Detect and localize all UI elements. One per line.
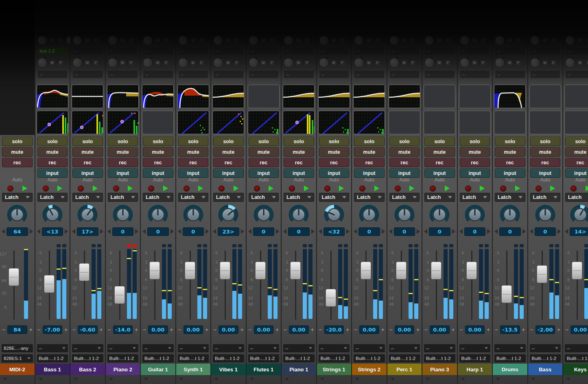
pan-knob[interactable] (70, 203, 105, 226)
volume-value[interactable]: 0.00 (571, 325, 588, 334)
send-slot-1[interactable]: M P (528, 35, 563, 46)
send-level-knob[interactable] (143, 35, 153, 45)
send-slot-2[interactable]: M P (563, 56, 588, 69)
input-select[interactable]: -- (530, 344, 561, 352)
mute-button[interactable]: mute (389, 147, 420, 157)
send-destination[interactable]: -- (531, 47, 560, 55)
rec-button[interactable]: rec (72, 158, 103, 167)
send-mute-button[interactable]: M (154, 59, 161, 66)
volume-value[interactable]: 0.00 (184, 325, 203, 334)
automation-mode-select[interactable]: Latch (2, 193, 33, 202)
send-mute-button[interactable]: M (330, 59, 337, 66)
send-slot-1[interactable]: M P (352, 35, 387, 46)
chevron-down-icon[interactable] (285, 378, 289, 380)
fader-cap[interactable] (537, 265, 547, 283)
input-select[interactable]: 828E…-any (2, 344, 33, 352)
eq-thumbnail[interactable] (106, 84, 140, 110)
volume-decrement[interactable]: − (213, 327, 217, 333)
pan-decrement-arrow[interactable] (142, 229, 146, 234)
send-pre-button[interactable]: P (57, 37, 64, 44)
auto-play-icon[interactable] (128, 185, 133, 191)
eq-thumbnail[interactable] (493, 84, 527, 110)
fader-track[interactable] (401, 251, 402, 320)
send-pre-button[interactable]: P (233, 37, 240, 44)
send-slot-2[interactable]: M P (141, 56, 175, 69)
pan-decrement-arrow[interactable] (565, 229, 568, 234)
input-select[interactable]: -- (107, 344, 139, 352)
volume-decrement[interactable]: − (530, 327, 534, 333)
send-destination[interactable]: -- (179, 47, 208, 55)
pan-knob[interactable] (458, 203, 492, 226)
send-destination[interactable]: -- (495, 47, 525, 55)
auto-record-icon[interactable] (184, 185, 190, 192)
send-pre-button[interactable]: P (409, 59, 416, 66)
volume-value[interactable]: 0.00 (148, 325, 168, 334)
channel-name[interactable]: Strings 2 (352, 364, 387, 375)
send-mute-button[interactable]: M (295, 59, 302, 66)
channel-name[interactable]: Piano 3 (422, 364, 457, 375)
send-level-knob[interactable] (354, 58, 364, 68)
send-destination[interactable]: -- (425, 71, 455, 78)
output-select[interactable]: Built-…t 1-2 (424, 354, 455, 362)
fader[interactable] (114, 237, 126, 324)
dynamics-thumbnail[interactable] (211, 110, 246, 135)
dynamics-thumbnail[interactable] (458, 110, 492, 135)
input-select[interactable]: -- (213, 344, 244, 352)
pan-knob[interactable] (493, 203, 527, 226)
send-slot-1[interactable]: M P (493, 35, 527, 46)
clip-indicator[interactable] (514, 244, 518, 247)
rec-button[interactable]: rec (424, 158, 455, 167)
pan-increment-arrow[interactable] (522, 229, 526, 234)
volume-increment[interactable]: + (29, 327, 33, 333)
send-pre-button[interactable]: P (304, 37, 310, 44)
automation-mode-select[interactable]: Latch (424, 193, 455, 202)
send-destination[interactable]: -- (390, 71, 420, 78)
fader-track[interactable] (330, 251, 332, 320)
send-destination[interactable]: -- (284, 71, 314, 78)
pan-decrement-arrow[interactable] (37, 229, 40, 234)
fader-cap[interactable] (114, 286, 125, 304)
volume-decrement[interactable]: − (72, 327, 76, 333)
send-destination[interactable]: -- (73, 71, 103, 78)
send-mute-button[interactable]: M (295, 37, 302, 44)
send-destination[interactable]: -- (354, 71, 384, 78)
pan-knob[interactable] (528, 203, 563, 226)
volume-increment[interactable]: + (275, 327, 279, 333)
volume-value[interactable]: 0.00 (395, 325, 415, 334)
rec-button[interactable]: rec (354, 158, 385, 167)
clip-indicator[interactable] (308, 244, 313, 247)
auto-record-icon[interactable] (571, 185, 577, 192)
send-pre-button[interactable]: P (550, 37, 557, 44)
volume-decrement[interactable]: − (107, 327, 111, 333)
fader[interactable] (536, 237, 549, 324)
auto-record-icon[interactable] (148, 185, 154, 192)
volume-value[interactable]: -2.00 (536, 325, 555, 334)
send-level-knob[interactable] (530, 35, 540, 45)
volume-decrement[interactable]: − (565, 327, 569, 333)
volume-value[interactable]: 0.00 (359, 325, 379, 334)
solo-button[interactable]: solo (37, 137, 68, 146)
clip-indicator[interactable] (273, 244, 278, 247)
send-mute-button[interactable]: M (401, 37, 408, 44)
eq-thumbnail[interactable] (528, 84, 563, 110)
fader-track[interactable] (436, 251, 437, 320)
send-level-knob[interactable] (460, 35, 470, 45)
eq-thumbnail[interactable] (35, 84, 70, 110)
volume-increment[interactable]: + (345, 327, 350, 333)
send-mute-button[interactable]: M (260, 59, 267, 66)
rec-button[interactable]: rec (213, 158, 244, 167)
pan-value[interactable]: 17> (77, 227, 98, 236)
send-slot-2[interactable]: M P (176, 56, 211, 69)
eq-thumbnail[interactable] (317, 84, 352, 110)
dynamics-thumbnail[interactable] (247, 110, 281, 135)
send-pre-button[interactable]: P (92, 37, 99, 44)
send-level-knob[interactable] (565, 35, 575, 45)
eq-thumbnail[interactable] (176, 84, 211, 110)
auto-play-icon[interactable] (57, 185, 62, 191)
mute-button[interactable]: mute (2, 147, 33, 157)
auto-play-icon[interactable] (409, 185, 414, 191)
volume-value[interactable]: -20.0 (324, 325, 344, 334)
input-select[interactable]: -- (319, 344, 350, 352)
volume-decrement[interactable]: − (283, 327, 287, 333)
fader-cap[interactable] (220, 262, 230, 279)
